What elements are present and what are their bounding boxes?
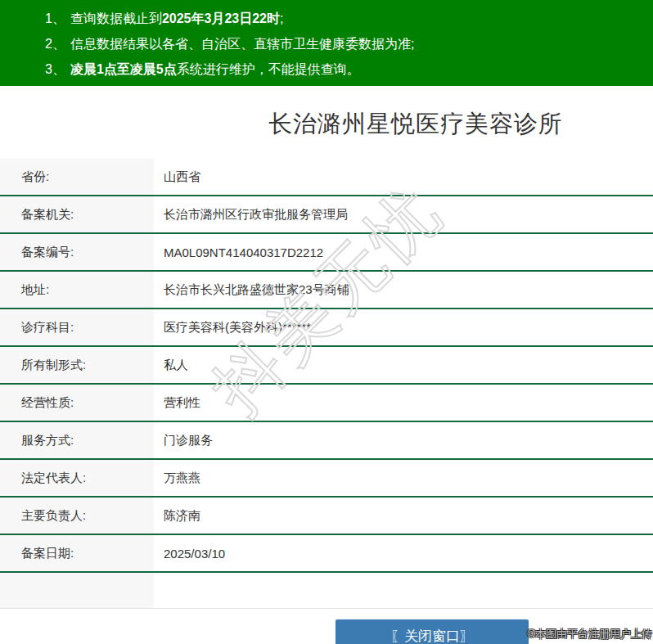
row-label: 备案日期:: [0, 535, 154, 571]
row-value: 陈济南: [154, 498, 653, 534]
row-label: 所有制形式:: [0, 347, 154, 383]
table-row: 备案机关: 长治市潞州区行政审批服务管理局: [0, 196, 653, 234]
info-table: 省份: 山西省 备案机关: 长治市潞州区行政审批服务管理局 备案编号: MA0L…: [0, 159, 653, 609]
page: 1、查询数据截止到2025年3月23日22时; 2、信息数据结果以各省、自治区、…: [0, 0, 653, 644]
notice-number: 1、: [45, 11, 65, 25]
notice-line-1: 1、查询数据截止到2025年3月23日22时;: [45, 6, 645, 31]
notice-text: 查询数据截止到: [70, 11, 162, 25]
notice-number: 3、: [45, 62, 65, 76]
row-label: 服务方式:: [0, 422, 154, 458]
table-row: 服务方式: 门诊服务: [0, 422, 653, 460]
notice-line-2: 2、信息数据结果以各省、自治区、直辖市卫生健康委数据为准;: [45, 31, 645, 56]
row-label: 备案编号:: [0, 234, 154, 270]
table-row: 主要负责人: 陈济南: [0, 498, 653, 535]
notice-line-3: 3、凌晨1点至凌晨5点系统进行维护，不能提供查询。: [45, 56, 645, 82]
notice-number: 2、: [45, 37, 65, 51]
table-row: 备案日期: 2025/03/10: [0, 535, 653, 573]
row-label: 主要负责人:: [0, 498, 154, 534]
row-label: 备案机关:: [0, 196, 154, 232]
row-value: 门诊服务: [154, 422, 653, 458]
table-row: 诊疗科目: 医疗美容科(美容外科)******: [0, 309, 653, 347]
row-label: 诊疗科目:: [0, 309, 154, 345]
notice-text: 系统进行维护，不能提供查询。: [177, 62, 360, 76]
row-label: 法定代表人:: [0, 460, 154, 496]
copyright-watermark: ©本图由平台注册用户上传: [527, 627, 652, 642]
notice-text: ;: [280, 11, 283, 25]
row-value: 山西省: [154, 159, 653, 195]
page-title: 长治潞州星悦医疗美容诊所: [268, 110, 563, 137]
table-row: 经营性质: 营利性: [0, 385, 653, 422]
row-value: 长治市潞州区行政审批服务管理局: [154, 196, 653, 232]
row-label: 省份:: [0, 159, 154, 195]
row-value: 长治市长兴北路盛德世家23号商铺: [154, 272, 653, 308]
notice-text-bold: 2025年3月23日22时: [162, 11, 280, 25]
row-value: 私人: [154, 347, 653, 383]
close-window-button[interactable]: 〖关闭窗口〗: [336, 619, 529, 644]
table-row: 法定代表人: 万燕燕: [0, 460, 653, 498]
table-row: 地址: 长治市长兴北路盛德世家23号商铺: [0, 272, 653, 309]
notice-text: 信息数据结果以各省、自治区、直辖市卫生健康委数据为准;: [70, 37, 414, 51]
row-value: [154, 573, 653, 608]
row-label: [0, 573, 154, 608]
row-value: 医疗美容科(美容外科)******: [154, 309, 653, 345]
row-value: MA0L09NT414040317D2212: [154, 234, 653, 270]
title-wrap: 长治潞州星悦医疗美容诊所: [0, 108, 653, 141]
row-label: 地址:: [0, 272, 154, 308]
notice-text-bold: 凌晨1点至凌晨5点: [70, 62, 177, 76]
row-value: 万燕燕: [154, 460, 653, 496]
row-label: 经营性质:: [0, 385, 154, 421]
table-row: [0, 573, 653, 609]
table-row: 备案编号: MA0L09NT414040317D2212: [0, 234, 653, 272]
table-row: 省份: 山西省: [0, 159, 653, 196]
row-value: 营利性: [154, 385, 653, 421]
table-row: 所有制形式: 私人: [0, 347, 653, 385]
notice-bar: 1、查询数据截止到2025年3月23日22时; 2、信息数据结果以各省、自治区、…: [0, 0, 653, 86]
row-value: 2025/03/10: [154, 535, 653, 571]
